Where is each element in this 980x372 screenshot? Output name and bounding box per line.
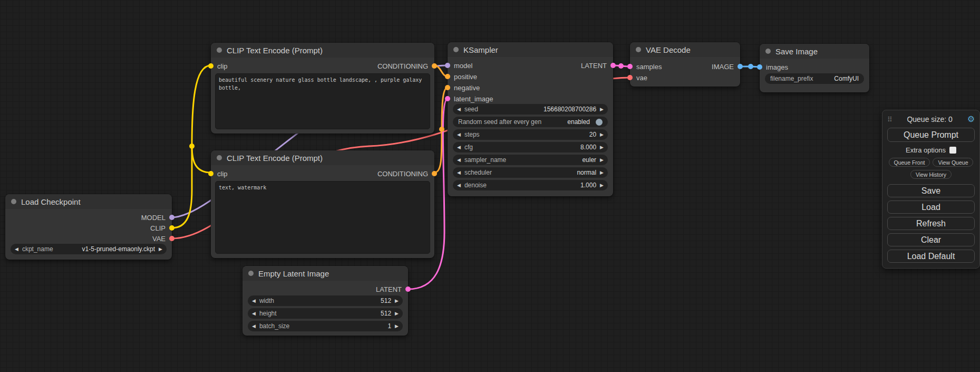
widget-batch-size[interactable]: ◀ batch_size 1 ▶ <box>248 321 403 331</box>
collapse-dot-icon[interactable] <box>765 49 771 54</box>
queue-panel[interactable]: ⠿ Queue size: 0 ⚙ Queue Prompt Extra opt… <box>882 110 980 269</box>
widget-decrement-arrow[interactable]: ◀ <box>252 311 256 316</box>
model-slot-dot[interactable] <box>169 215 174 220</box>
widget-increment-arrow[interactable]: ▶ <box>600 132 604 137</box>
queue-prompt-button[interactable]: Queue Prompt <box>887 128 975 142</box>
input-slot-images[interactable]: images <box>766 62 788 72</box>
conditioning-slot-dot[interactable] <box>445 74 450 79</box>
widget-increment-arrow[interactable]: ▶ <box>395 324 399 329</box>
widget-decrement-arrow[interactable]: ◀ <box>457 183 461 188</box>
widget-steps[interactable]: ◀ steps 20 ▶ <box>453 129 608 140</box>
output-slot-latent[interactable]: LATENT <box>581 60 607 71</box>
widget-sampler-name[interactable]: ◀ sampler_name euler ▶ <box>453 155 608 165</box>
widget-height[interactable]: ◀ height 512 ▶ <box>248 308 403 319</box>
node-header[interactable]: Load Checkpoint <box>5 194 172 209</box>
widget-decrement-arrow[interactable]: ◀ <box>15 247 18 252</box>
widget-increment-arrow[interactable]: ▶ <box>600 183 604 188</box>
widget-cfg[interactable]: ◀ cfg 8.000 ▶ <box>453 142 608 152</box>
latent-slot-dot[interactable] <box>405 287 411 292</box>
positive-prompt-textarea[interactable]: beautiful scenery nature glass bottle la… <box>215 73 430 129</box>
latent-slot-dot[interactable] <box>610 63 616 68</box>
widget-decrement-arrow[interactable]: ◀ <box>457 158 461 163</box>
node-header[interactable]: KSampler <box>448 42 613 57</box>
collapse-dot-icon[interactable] <box>11 199 16 204</box>
widget-increment-arrow[interactable]: ▶ <box>159 247 162 252</box>
input-slot-model[interactable]: model <box>454 60 472 71</box>
image-slot-dot[interactable] <box>757 64 762 70</box>
extra-options-checkbox[interactable] <box>949 147 956 154</box>
negative-prompt-textarea[interactable]: text, watermark <box>215 181 430 254</box>
widget-decrement-arrow[interactable]: ◀ <box>457 132 461 137</box>
clip-slot-dot[interactable] <box>169 225 174 231</box>
node-vae-decode[interactable]: VAE Decode samples vae IMAGE <box>630 42 740 87</box>
settings-gear-icon[interactable]: ⚙ <box>967 115 975 123</box>
widget-increment-arrow[interactable]: ▶ <box>395 311 399 316</box>
reroute-dot-clip[interactable] <box>189 144 195 149</box>
widget-increment-arrow[interactable]: ▶ <box>395 299 399 303</box>
node-empty-latent-image[interactable]: Empty Latent Image LATENT ◀ width 512 ▶ … <box>242 266 408 336</box>
toggle-knob[interactable] <box>596 119 603 126</box>
input-slot-positive[interactable]: positive <box>454 71 477 82</box>
widget-denoise[interactable]: ◀ denoise 1.000 ▶ <box>453 180 608 190</box>
collapse-dot-icon[interactable] <box>636 47 641 52</box>
node-save-image[interactable]: Save Image images filename_prefix ComfyU… <box>760 44 869 92</box>
input-slot-clip[interactable]: clip <box>217 168 228 179</box>
input-slot-samples[interactable]: samples <box>636 61 662 72</box>
node-header[interactable]: CLIP Text Encode (Prompt) <box>211 150 434 165</box>
output-slot-conditioning[interactable]: CONDITIONING <box>377 168 428 179</box>
widget-increment-arrow[interactable]: ▶ <box>600 107 604 112</box>
view-queue-button[interactable]: View Queue <box>933 158 973 167</box>
load-default-button[interactable]: Load Default <box>887 250 975 263</box>
image-slot-dot[interactable] <box>738 64 743 69</box>
node-header[interactable]: VAE Decode <box>630 42 740 57</box>
input-slot-negative[interactable]: negative <box>454 82 480 93</box>
collapse-dot-icon[interactable] <box>217 155 222 160</box>
output-slot-latent[interactable]: LATENT <box>376 284 402 294</box>
node-header[interactable]: Empty Latent Image <box>242 266 408 281</box>
widget-seed[interactable]: ◀ seed 156680208700286 ▶ <box>453 104 608 115</box>
clear-button[interactable]: Clear <box>887 233 975 246</box>
view-history-button[interactable]: View History <box>910 170 952 179</box>
widget-decrement-arrow[interactable]: ◀ <box>457 107 461 112</box>
reroute-dot-conditioning[interactable] <box>439 127 444 132</box>
input-slot-vae[interactable]: vae <box>636 72 647 83</box>
widget-increment-arrow[interactable]: ▶ <box>600 145 604 150</box>
widget-decrement-arrow[interactable]: ◀ <box>252 324 256 329</box>
input-slot-latent-image[interactable]: latent_image <box>454 93 493 104</box>
refresh-button[interactable]: Refresh <box>887 217 975 230</box>
input-slot-clip[interactable]: clip <box>217 61 228 71</box>
widget-filename-prefix[interactable]: filename_prefix ComfyUI <box>765 73 864 84</box>
latent-slot-dot[interactable] <box>445 96 450 101</box>
node-header[interactable]: Save Image <box>760 44 869 59</box>
model-slot-dot[interactable] <box>445 63 450 68</box>
output-slot-model[interactable]: MODEL <box>141 212 166 223</box>
node-load-checkpoint[interactable]: Load Checkpoint MODEL CLIP VAE ◀ ckpt_na… <box>5 194 172 260</box>
queue-front-button[interactable]: Queue Front <box>889 158 930 167</box>
drag-handle-icon[interactable]: ⠿ <box>887 116 892 123</box>
output-slot-conditioning[interactable]: CONDITIONING <box>377 61 428 71</box>
clip-slot-dot[interactable] <box>208 171 214 176</box>
node-clip-text-encode-positive[interactable]: CLIP Text Encode (Prompt) clip CONDITION… <box>211 43 434 133</box>
reroute-dot-latent[interactable] <box>618 63 624 69</box>
conditioning-slot-dot[interactable] <box>432 171 437 176</box>
save-button[interactable]: Save <box>887 184 975 197</box>
widget-decrement-arrow[interactable]: ◀ <box>457 170 461 175</box>
widget-random-seed-toggle[interactable]: Random seed after every gen enabled <box>453 117 608 127</box>
conditioning-slot-dot[interactable] <box>445 85 450 90</box>
widget-decrement-arrow[interactable]: ◀ <box>252 299 256 303</box>
conditioning-slot-dot[interactable] <box>432 63 437 69</box>
collapse-dot-icon[interactable] <box>217 47 222 53</box>
collapse-dot-icon[interactable] <box>248 271 254 276</box>
vae-slot-dot[interactable] <box>169 236 174 241</box>
output-slot-vae[interactable]: VAE <box>152 233 166 244</box>
vae-slot-dot[interactable] <box>627 75 633 80</box>
widget-width[interactable]: ◀ width 512 ▶ <box>248 295 403 306</box>
output-slot-clip[interactable]: CLIP <box>150 223 166 233</box>
reroute-dot-image[interactable] <box>748 64 753 69</box>
latent-slot-dot[interactable] <box>627 64 633 69</box>
node-clip-text-encode-negative[interactable]: CLIP Text Encode (Prompt) clip CONDITION… <box>211 150 434 258</box>
widget-scheduler[interactable]: ◀ scheduler normal ▶ <box>453 167 608 178</box>
node-ksampler[interactable]: KSampler model positive negative latent_… <box>448 42 613 196</box>
widget-increment-arrow[interactable]: ▶ <box>600 158 604 163</box>
node-header[interactable]: CLIP Text Encode (Prompt) <box>211 43 434 58</box>
